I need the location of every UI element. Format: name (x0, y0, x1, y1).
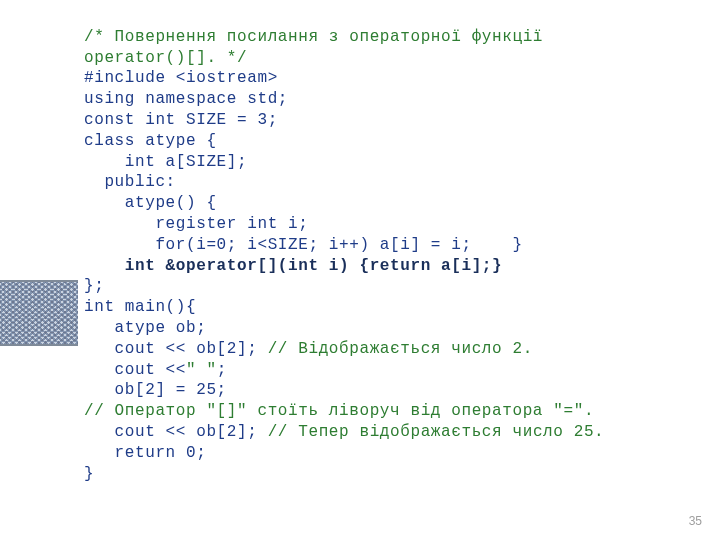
code-line: register int i; (84, 215, 308, 233)
code-line: const int SIZE = 3; (84, 111, 278, 129)
code-line: } (84, 465, 94, 483)
code-line: cout << (84, 361, 186, 379)
slide: /* Повернення посилання з операторної фу… (0, 0, 720, 540)
code-line: #include <iostream> (84, 69, 278, 87)
code-line: int main(){ (84, 298, 196, 316)
code-line: ; (217, 361, 227, 379)
code-line: return 0; (84, 444, 206, 462)
page-number: 35 (689, 514, 702, 530)
code-string: " " (186, 361, 217, 379)
code-line: atype() { (84, 194, 217, 212)
code-line: using namespace std; (84, 90, 288, 108)
code-comment: // Відображається число 2. (268, 340, 533, 358)
code-line: cout << ob[2]; (84, 340, 268, 358)
code-line: operator()[]. */ (84, 49, 247, 67)
code-line: for(i=0; i<SIZE; i++) a[i] = i; } (84, 236, 523, 254)
code-line: }; (84, 277, 104, 295)
code-line: int &operator[](int i) {return a[i];} (84, 257, 502, 275)
code-line: atype ob; (84, 319, 206, 337)
code-line: public: (84, 173, 176, 191)
side-decoration (0, 280, 78, 346)
code-line: class atype { (84, 132, 217, 150)
code-line: int a[SIZE]; (84, 153, 247, 171)
code-line: /* Повернення посилання з операторної фу… (84, 28, 543, 46)
code-comment: // Тепер відображається число 25. (268, 423, 605, 441)
code-line: // Оператор "[]" стоїть ліворуч від опер… (84, 402, 594, 420)
code-block: /* Повернення посилання з операторної фу… (84, 6, 700, 484)
code-line: cout << ob[2]; (84, 423, 268, 441)
code-line: ob[2] = 25; (84, 381, 227, 399)
